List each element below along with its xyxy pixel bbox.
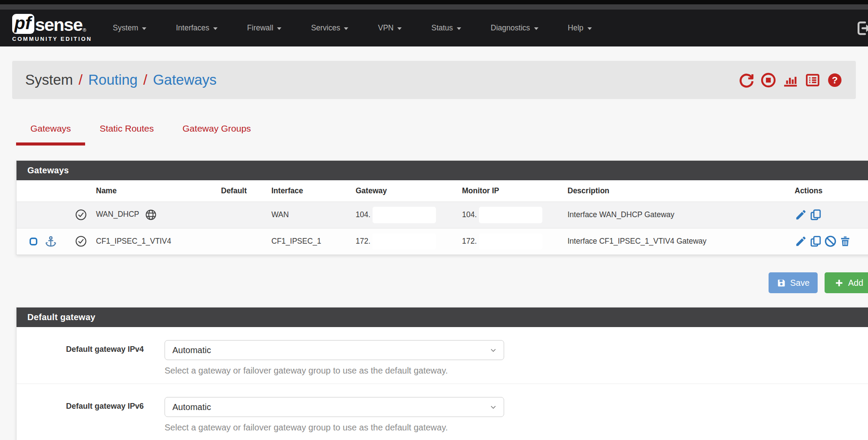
gateway-name: WAN_DHCP — [96, 210, 139, 218]
svg-text:?: ? — [832, 75, 838, 86]
breadcrumb-routing[interactable]: Routing — [88, 72, 138, 88]
copy-icon[interactable] — [809, 208, 822, 221]
chevron-down-icon — [277, 27, 281, 30]
add-button[interactable]: Add — [825, 272, 868, 293]
edit-icon[interactable] — [795, 235, 807, 248]
default-gateway-ipv6-label: Default gateway IPv6 — [17, 397, 144, 411]
chevron-down-icon — [587, 27, 592, 30]
row-actions — [795, 235, 868, 248]
chevron-down-icon — [213, 27, 218, 30]
copy-icon[interactable] — [809, 235, 822, 248]
gateway-cell: 172. — [350, 228, 457, 255]
gateways-panel-title: Gateways — [17, 161, 868, 180]
redacted-ip — [479, 233, 542, 250]
breadcrumb-separator: / — [138, 72, 153, 88]
chevron-down-icon — [489, 403, 498, 411]
refresh-icon[interactable] — [738, 72, 754, 88]
table-row-wan-dhcp: WAN_DHCP WAN 104. 104. Interface WAN_DHC… — [17, 202, 868, 228]
gateways-table: Name Default Interface Gateway Monitor I… — [17, 180, 868, 255]
redacted-ip — [373, 233, 436, 250]
table-row-cf1-ipsec: CF1_IPSEC_1_VTIV4 CF1_IPSEC_1 172. 172. … — [17, 228, 868, 255]
nav-item-system[interactable]: System — [98, 23, 161, 33]
chevron-down-icon — [489, 346, 498, 354]
breadcrumb-bar: System / Routing / Gateways — [12, 61, 856, 99]
sign-out-icon[interactable] — [855, 20, 868, 37]
default-gateway-panel-title: Default gateway — [17, 308, 868, 327]
monitor-graph-icon[interactable] — [782, 72, 799, 88]
top-strip-secondary — [0, 4, 868, 10]
stop-icon[interactable] — [760, 72, 776, 88]
nav-item-interfaces[interactable]: Interfaces — [161, 23, 232, 33]
square-icon — [29, 237, 38, 246]
form-row-ipv4: Default gateway IPv4 Automatic Select a … — [17, 327, 868, 384]
tab-bar: Gateways Static Routes Gateway Groups — [16, 122, 868, 146]
nav-item-vpn[interactable]: VPN — [363, 23, 416, 33]
col-gateway: Gateway — [350, 180, 457, 202]
logo-subtitle: COMMUNITY EDITION — [12, 36, 92, 42]
save-icon — [777, 278, 786, 288]
nav-item-help[interactable]: Help — [553, 23, 607, 33]
delete-icon[interactable] — [839, 235, 851, 248]
top-strip — [0, 0, 868, 4]
default-gateway-panel: Default gateway Default gateway IPv4 Aut… — [16, 307, 868, 440]
check-circle-icon — [75, 235, 87, 247]
nav-item-diagnostics[interactable]: Diagnostics — [476, 23, 553, 33]
ipv6-hint-text: Select a gateway or failover gateway gro… — [165, 423, 868, 433]
monitor-ip-cell: 104. — [457, 202, 562, 228]
nav-menu: System Interfaces Firewall Services VPN … — [98, 23, 607, 33]
interface-cell: CF1_IPSEC_1 — [266, 228, 350, 255]
chevron-down-icon — [457, 27, 461, 30]
pfsense-logo[interactable]: pf sense ® COMMUNITY EDITION — [12, 14, 92, 42]
plus-icon — [835, 278, 844, 288]
anchor-icon — [45, 235, 57, 248]
page-toolbar: ? — [738, 72, 843, 88]
gateway-name: CF1_IPSEC_1_VTIV4 — [91, 228, 216, 255]
tab-gateway-groups[interactable]: Gateway Groups — [168, 122, 265, 146]
default-gateway-ipv4-select[interactable]: Automatic — [165, 340, 504, 360]
chevron-down-icon — [534, 27, 538, 30]
logo-registered-mark: ® — [83, 27, 86, 33]
nav-item-firewall[interactable]: Firewall — [232, 23, 296, 33]
logo-sense: sense — [35, 16, 83, 34]
save-button[interactable]: Save — [769, 272, 818, 293]
tab-gateways[interactable]: Gateways — [16, 122, 85, 146]
breadcrumb-system: System — [25, 72, 73, 88]
default-cell — [216, 202, 266, 228]
ipv4-hint-text: Select a gateway or failover gateway gro… — [165, 366, 868, 376]
button-row: Save Add — [0, 272, 868, 293]
chevron-down-icon — [344, 27, 348, 30]
disable-icon[interactable] — [824, 235, 837, 248]
help-icon[interactable]: ? — [827, 72, 843, 88]
col-actions: Actions — [789, 180, 868, 202]
logo-pf: pf — [12, 14, 34, 34]
gateways-panel: Gateways Name Default Interface Gateway … — [16, 160, 868, 255]
col-status — [70, 180, 91, 202]
monitor-ip-cell: 172. — [457, 228, 562, 255]
chevron-down-icon — [397, 27, 402, 30]
check-circle-icon — [75, 209, 87, 221]
default-gateway-ipv6-select[interactable]: Automatic — [165, 397, 504, 417]
description-cell: Interface WAN_DHCP Gateway — [562, 202, 789, 228]
edit-icon[interactable] — [795, 208, 807, 221]
navbar: pf sense ® COMMUNITY EDITION System Inte… — [0, 10, 868, 46]
breadcrumb-gateways[interactable]: Gateways — [153, 72, 217, 88]
col-name: Name — [91, 180, 216, 202]
form-row-ipv6: Default gateway IPv6 Automatic Select a … — [17, 384, 868, 440]
nav-item-services[interactable]: Services — [296, 23, 363, 33]
interface-cell: WAN — [266, 202, 350, 228]
tab-static-routes[interactable]: Static Routes — [85, 122, 168, 146]
nav-item-status[interactable]: Status — [416, 23, 476, 33]
table-header-row: Name Default Interface Gateway Monitor I… — [17, 180, 868, 202]
redacted-ip — [479, 207, 542, 223]
log-icon[interactable] — [805, 72, 821, 88]
col-default: Default — [216, 180, 266, 202]
col-description: Description — [562, 180, 789, 202]
row-actions — [795, 208, 868, 221]
default-gateway-ipv4-label: Default gateway IPv4 — [17, 340, 144, 354]
redacted-ip — [373, 207, 436, 223]
col-markers — [17, 180, 70, 202]
col-monitor-ip: Monitor IP — [457, 180, 562, 202]
gateway-cell: 104. — [350, 202, 457, 228]
globe-icon — [145, 209, 157, 221]
default-cell — [216, 228, 266, 255]
